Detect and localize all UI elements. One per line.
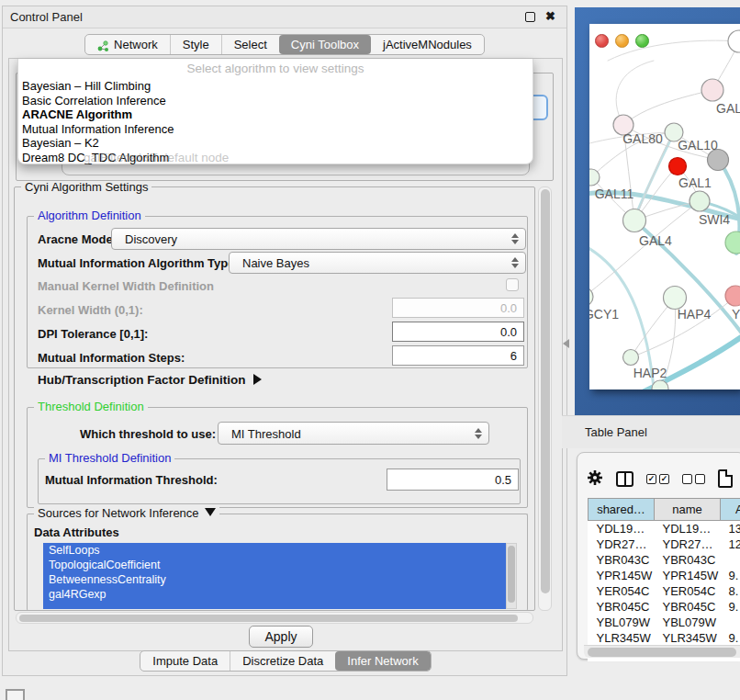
algorithm-option[interactable]: Bayesian – K2 xyxy=(18,136,533,151)
tab-network[interactable]: Network xyxy=(85,35,170,54)
table-header: shared…nameA xyxy=(589,499,740,521)
attribute-item-selected[interactable]: gal4RGexp xyxy=(43,587,506,602)
tab-impute-data[interactable]: Impute Data xyxy=(140,651,230,671)
attribute-item-selected[interactable]: TopologicalCoefficient xyxy=(43,558,506,572)
deselect-all-icon[interactable] xyxy=(682,474,705,484)
tab-group: Network Style Select Cyni Toolbox jActiv… xyxy=(84,34,485,55)
aracne-mode-value: Discovery xyxy=(125,232,177,246)
node-red[interactable] xyxy=(669,158,687,175)
node-gal4[interactable] xyxy=(623,209,646,232)
minimized-panel-icon[interactable] xyxy=(6,689,25,700)
tab-jactivemnodules[interactable]: jActiveMNodules xyxy=(371,35,484,54)
table-cell: YBR045C xyxy=(589,599,655,615)
column-header[interactable]: shared… xyxy=(589,499,655,521)
table-horizontal-scrollbar[interactable] xyxy=(584,645,740,658)
tab-select[interactable]: Select xyxy=(221,35,279,54)
table-row[interactable]: YPR145WYPR145W9. xyxy=(589,568,740,583)
algorithm-option[interactable]: ARACNE Algorithm xyxy=(18,107,533,122)
tab-label: Style xyxy=(183,35,209,54)
tab-discretize-data[interactable]: Discretize Data xyxy=(230,651,335,671)
settings-horizontal-scrollbar[interactable] xyxy=(16,612,533,624)
dpi-tolerance-field[interactable]: 0.0 xyxy=(392,322,524,342)
network-canvas[interactable]: GALGAL10GAL80GAL1GAL11GAL4GCY1HAP4YHAP2S… xyxy=(589,24,740,390)
tab-label: Discretize Data xyxy=(242,651,323,671)
node-partial-top[interactable] xyxy=(728,30,740,52)
splitter-collapse-icon[interactable] xyxy=(563,339,569,348)
apply-button[interactable]: Apply xyxy=(249,626,313,648)
network-edge[interactable] xyxy=(608,40,739,61)
table-row[interactable]: YBR043CYBR043C xyxy=(589,552,740,568)
table-row[interactable]: YBR045CYBR045C9. xyxy=(589,599,740,615)
tab-label: Select xyxy=(234,35,267,54)
attributes-scrollbar-thumb[interactable] xyxy=(508,546,515,603)
close-icon[interactable]: ✖ xyxy=(545,9,555,23)
mi-type-value: Naive Bayes xyxy=(242,256,309,270)
table-cell: 12 xyxy=(721,536,740,552)
attribute-item-selected[interactable]: BetweennessCentrality xyxy=(43,572,506,587)
table-row[interactable]: YDR27…YDR27…12 xyxy=(589,536,740,552)
sources-title: Sources for Network Inference xyxy=(38,506,199,520)
algorithm-option[interactable]: Dream8 DC_TDC Algorithm xyxy=(18,151,533,165)
mi-threshold-label: Mutual Information Threshold: xyxy=(45,473,218,487)
settings-vertical-scrollbar[interactable] xyxy=(538,186,552,611)
algorithm-option[interactable]: Bayesian – Hill Climbing xyxy=(18,79,533,94)
table-panel-titlebar: Table Panel xyxy=(562,415,740,448)
mi-threshold-group-label: MI Threshold Definition xyxy=(45,452,174,464)
node-label: GAL80 xyxy=(622,131,663,146)
node-label: GAL4 xyxy=(639,233,672,248)
columns-icon[interactable] xyxy=(616,471,633,487)
attributes-scrollbar[interactable] xyxy=(506,543,517,609)
expanded-arrow-icon xyxy=(205,508,216,516)
table-cell: 13 xyxy=(721,521,740,536)
mi-steps-field[interactable]: 6 xyxy=(392,345,524,366)
network-edge[interactable] xyxy=(623,90,712,125)
control-panel-title: Control Panel xyxy=(10,10,83,24)
algorithm-option[interactable]: Mutual Information Inference xyxy=(18,122,533,137)
table-horizontal-scrollbar-thumb[interactable] xyxy=(588,648,736,657)
mi-threshold-field[interactable]: 0.5 xyxy=(387,469,519,491)
select-all-icon[interactable]: ✓✓ xyxy=(646,474,669,484)
settings-vertical-scrollbar-thumb[interactable] xyxy=(541,189,550,593)
control-panel-window: Control Panel ✖ Network xyxy=(2,6,567,676)
tab-style[interactable]: Style xyxy=(170,35,221,54)
dpi-tolerance-value: 0.0 xyxy=(500,325,517,339)
algorithm-option[interactable]: Basic Correlation Inference xyxy=(18,94,533,108)
node-hap2[interactable] xyxy=(623,350,639,366)
kernel-width-field[interactable]: 0.0 xyxy=(392,298,524,318)
node-green-right[interactable] xyxy=(725,231,740,254)
node-hap4[interactable] xyxy=(664,287,687,310)
settings-horizontal-scrollbar-thumb[interactable] xyxy=(19,615,518,622)
dpi-tolerance-label: DPI Tolerance [0,1]: xyxy=(38,327,148,341)
node-gal1[interactable] xyxy=(690,191,710,211)
export-table-icon[interactable] xyxy=(718,469,733,488)
which-threshold-combo[interactable]: MI Threshold xyxy=(218,422,489,445)
table-toolbar: ✓✓ xyxy=(587,464,740,493)
float-window-icon[interactable] xyxy=(525,12,535,22)
table-cell: YBL079W xyxy=(655,615,721,630)
table-cell: YDL19… xyxy=(589,521,655,536)
tab-cyni-toolbox[interactable]: Cyni Toolbox xyxy=(279,35,371,54)
column-header[interactable]: name xyxy=(655,499,721,521)
mi-steps-value: 6 xyxy=(510,349,517,363)
node-label: GAL xyxy=(716,101,740,116)
table-row[interactable]: YDL19…YDL19…13 xyxy=(589,521,740,536)
node-label: HAP4 xyxy=(678,307,712,322)
kernel-width-value: 0.0 xyxy=(500,301,517,315)
column-header[interactable]: A xyxy=(721,499,740,521)
table-row[interactable]: YBL079WYBL079W xyxy=(589,615,740,630)
attribute-item-selected[interactable]: SelfLoops xyxy=(43,543,506,558)
manual-kernel-checkbox[interactable] xyxy=(506,278,519,291)
aracne-mode-combo[interactable]: Discovery xyxy=(111,228,526,250)
table-cell: YBR045C xyxy=(655,599,721,615)
mi-type-combo[interactable]: Naive Bayes xyxy=(229,252,526,274)
table-row[interactable]: YER054CYER054C8. xyxy=(589,583,740,599)
node-pink-right[interactable] xyxy=(725,286,740,306)
table-row[interactable]: YLR345WYLR345W9. xyxy=(589,630,740,646)
bottom-tabbar: Impute Data Discretize Data Infer Networ… xyxy=(3,650,568,672)
gear-icon[interactable] xyxy=(587,469,603,489)
hub-section-toggle[interactable]: Hub/Transcription Factor Definition xyxy=(38,373,262,387)
node-label: GAL1 xyxy=(678,175,712,190)
node-pink-top[interactable] xyxy=(701,79,723,101)
tab-infer-network[interactable]: Infer Network xyxy=(335,651,430,671)
sources-group-label[interactable]: Sources for Network Inference xyxy=(34,507,219,519)
